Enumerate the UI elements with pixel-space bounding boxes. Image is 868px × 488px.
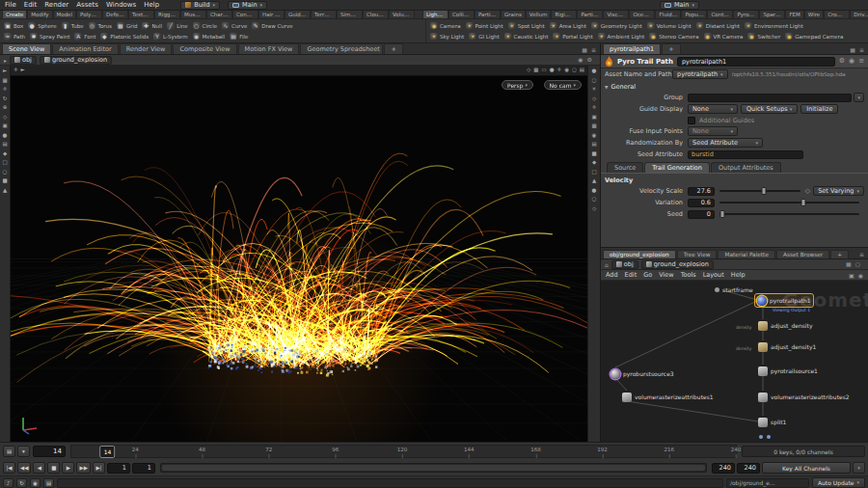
viewport-topbar-icon[interactable]: ✛	[557, 68, 562, 73]
shelf-tool[interactable]: ✎Draw Curve	[250, 22, 294, 30]
node-pyrotrailpath1[interactable]: pyrotrailpath1	[755, 294, 813, 307]
new-tab-button[interactable]: +	[662, 43, 680, 54]
shelf-tool[interactable]: ◎Torus	[87, 22, 114, 30]
shelf-tool[interactable]: ▤File	[228, 33, 250, 41]
general-section-header[interactable]: ▼ General	[601, 80, 868, 92]
shelf-tab[interactable]: Oceans	[629, 11, 655, 18]
shelf-tab[interactable]: Grains	[501, 11, 526, 18]
shelf-tool[interactable]: ○Circle	[191, 22, 219, 30]
shelf-tab[interactable]: Polygon	[76, 11, 102, 18]
network-filter-icon[interactable]: ▦	[846, 260, 852, 267]
pane-grid-icon[interactable]: ▦	[582, 46, 587, 53]
node-volumerasterizeattributes1[interactable]: volumerasterizeattributes1	[622, 391, 714, 403]
shelf-tab[interactable]: Viscous...	[603, 11, 629, 18]
path-history-icon[interactable]: ▸	[4, 57, 7, 64]
viewport-topbar-icon[interactable]: ✛	[14, 68, 18, 73]
shelf-tab[interactable]: Modify	[27, 11, 52, 18]
variation-input[interactable]: 0.6	[688, 199, 715, 207]
viewport-tool-icon[interactable]: ○	[3, 170, 8, 176]
transport-button[interactable]: ▶▶	[76, 462, 90, 474]
playback-start-input[interactable]: 1	[132, 463, 155, 474]
network-menu-item[interactable]: Tools	[681, 271, 696, 279]
seed-attribute-input[interactable]: burstid	[688, 150, 803, 159]
viewport-display-icon[interactable]: ▲	[592, 178, 596, 184]
status-toggle-button[interactable]: ♪	[3, 478, 14, 488]
node-adjust_density1[interactable]: adjust_density1	[758, 340, 816, 353]
group-dropdown-button[interactable]: ▾	[854, 93, 864, 102]
network-menu-item[interactable]: View	[659, 271, 673, 279]
viewport-topbar-icon[interactable]: ◉	[564, 68, 569, 73]
viewport-topbar-icon[interactable]: ▤	[580, 68, 584, 73]
network-menu-item[interactable]: Go	[643, 271, 652, 279]
shelf-tab[interactable]: Texture	[128, 11, 154, 18]
status-toggle-button[interactable]: ▤	[43, 478, 54, 488]
group-input[interactable]	[688, 94, 852, 102]
shelf-tool[interactable]: ✱Spray Paint	[28, 33, 71, 41]
param-folder-tab[interactable]: Source	[607, 162, 643, 173]
viewport-tool-icon[interactable]: ◆	[3, 151, 7, 157]
shelf-tool[interactable]: ◉Camera	[428, 22, 463, 30]
camera-view-menu[interactable]: Persp ▾	[502, 80, 533, 90]
shelf-tool[interactable]: ◆Platonic Solids	[98, 33, 150, 41]
shelf-tab[interactable]: Muscles	[180, 11, 206, 18]
node-pyroburstsource3[interactable]: pyroburstsource3	[610, 367, 674, 380]
slider-handle[interactable]	[801, 199, 806, 206]
node-pyrotrailsource1[interactable]: pyrotrailsource1	[758, 365, 818, 377]
desktop-selector[interactable]: Build ▾	[180, 1, 220, 10]
node-split1[interactable]: split1	[758, 416, 786, 428]
ladder-icon[interactable]: ◇	[805, 188, 810, 195]
shelf-tool[interactable]: ☀Spot Light	[506, 22, 547, 30]
shelf-tab[interactable]: Fluid Co...	[655, 11, 681, 18]
viewport-topbar-icon[interactable]: ◇	[527, 68, 530, 73]
shelf-tab[interactable]: Charact...	[206, 11, 232, 18]
shelf-tool[interactable]: ☀Area Light	[548, 22, 588, 30]
pane-tab[interactable]: Motion FX View	[238, 43, 300, 54]
breadcrumb-obj[interactable]: obj	[10, 56, 37, 65]
path-pin-icon[interactable]: ◉	[578, 56, 583, 63]
shelf-tab[interactable]: Sparse P...	[759, 11, 785, 18]
shelf-tool[interactable]: ☀Portal Light	[551, 33, 594, 41]
shelf-tool[interactable]: ☀Caustic Light	[502, 33, 551, 41]
initialize-button[interactable]: Initialize	[800, 104, 838, 114]
layout-selector-right[interactable]: Main ▾	[660, 1, 699, 10]
transport-button[interactable]: ◀◀	[17, 462, 31, 474]
viewport-display-icon[interactable]: ✛	[592, 105, 597, 111]
breadcrumb-ground-explosion[interactable]: ground_explosion	[40, 56, 112, 65]
shelf-tab[interactable]: Collisions	[448, 11, 475, 18]
playback-end-input[interactable]: 240	[712, 463, 735, 474]
pane-split-icon[interactable]: ▦	[850, 46, 855, 53]
node-name-input[interactable]: pyrotrailpath1	[677, 57, 835, 67]
network-snapshot-icon[interactable]: ▣	[849, 272, 854, 279]
shelf-tool[interactable]: YL-System	[151, 33, 189, 41]
viewport-tool-icon[interactable]: ►	[3, 68, 7, 74]
playbar-option-button[interactable]: ▤	[3, 446, 15, 457]
viewport-display-icon[interactable]: ◉	[592, 133, 597, 139]
transport-button[interactable]: ◀	[33, 462, 45, 474]
home-icon[interactable]: ⌂	[605, 261, 609, 268]
timeline-ruler[interactable]: 14 24487296120144168192216240	[70, 445, 737, 458]
key-all-channels-button[interactable]: Key All Channels	[762, 462, 851, 474]
network-pane-tab[interactable]: Asset Browser	[776, 250, 829, 258]
playbar-option-button[interactable]: ▾	[17, 446, 30, 457]
viewport-tool-icon[interactable]: □	[2, 160, 7, 166]
network-pane-tab[interactable]: Material Palette	[718, 250, 774, 258]
shelf-tool[interactable]: ◉Gamepad Camera	[783, 33, 845, 41]
shelf-tool[interactable]: ▮Tube	[60, 22, 86, 30]
scene-render-canvas[interactable]	[11, 76, 587, 442]
global-end-input[interactable]: 240	[737, 463, 760, 474]
viewport-topbar-icon[interactable]: ●	[550, 68, 555, 73]
status-toggle-button[interactable]: ↻	[16, 478, 27, 488]
shelf-tab[interactable]: FEM	[785, 11, 803, 18]
shelf-tool[interactable]: ☀Point Light	[464, 22, 505, 30]
viewport-tool-icon[interactable]: ◇	[3, 115, 7, 121]
asset-combo[interactable]: pyrotrailpath ▾	[672, 69, 728, 79]
shelf-tab[interactable]: Create	[2, 11, 27, 18]
viewport-display-icon[interactable]: ■	[591, 151, 596, 157]
node-split1-output-2[interactable]	[767, 430, 771, 442]
shelf-tool[interactable]: ☀Sky Light	[428, 33, 466, 41]
shelf-tab[interactable]: Lights an...	[422, 11, 448, 18]
pane-tab[interactable]: Composite View	[173, 43, 236, 54]
shelf-tab[interactable]: Terrai...	[311, 11, 337, 18]
slider-handle[interactable]	[762, 187, 767, 195]
guide-display-select[interactable]: None ▾	[688, 104, 738, 114]
